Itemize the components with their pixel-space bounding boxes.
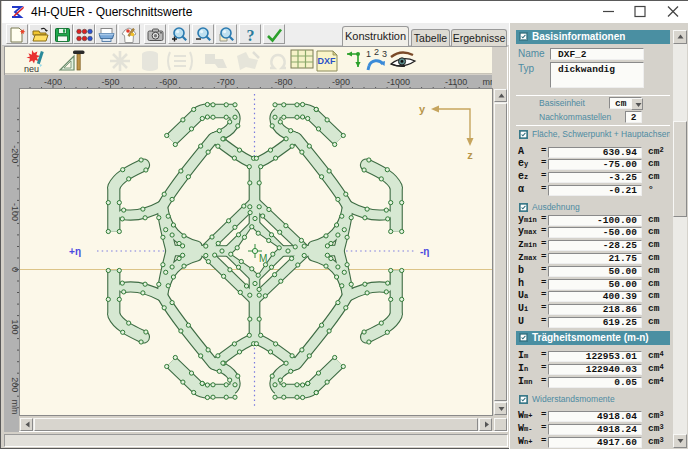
svg-text:-η: -η [420,246,429,257]
svg-text:mm: mm [483,77,493,87]
svg-text:?: ? [246,27,254,44]
svg-text:mm: mm [10,400,19,415]
svg-text:z: z [467,149,473,161]
svg-text:M: M [259,253,267,264]
svg-text:+η: +η [69,246,81,257]
svg-text:DXF: DXF [318,56,337,66]
svg-text:2: 2 [374,48,379,57]
svg-text:3: 3 [382,49,387,59]
svg-text:neu: neu [24,64,39,74]
svg-text:y: y [419,103,426,115]
svg-text:1: 1 [366,49,371,59]
